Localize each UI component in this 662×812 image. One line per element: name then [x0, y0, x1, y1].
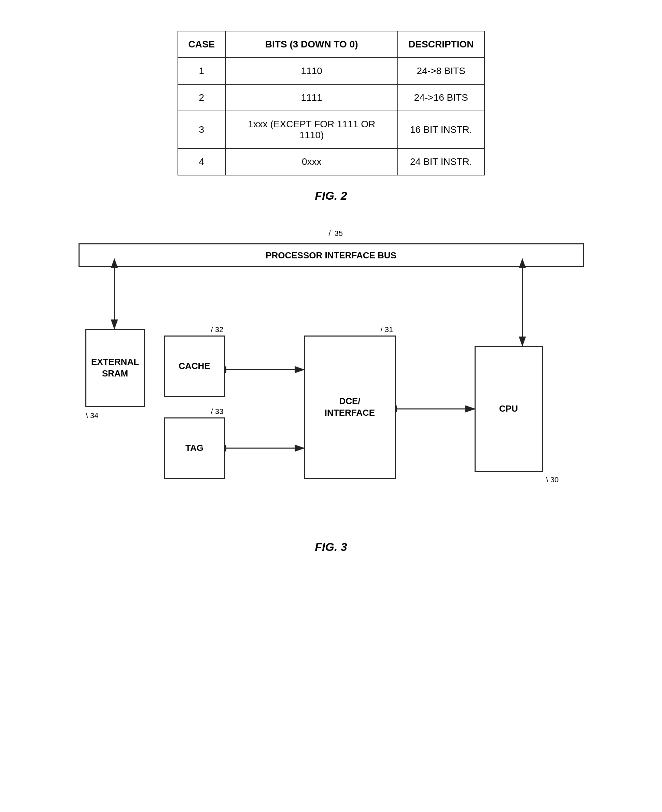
pib-ref-label: 35	[334, 229, 343, 238]
pib-label: PROCESSOR INTERFACE BUS	[266, 250, 396, 261]
table-cell: 1111	[225, 84, 398, 111]
fig2-section: CASE BITS (3 DOWN TO 0) DESCRIPTION 1111…	[27, 31, 635, 175]
col-header-case: CASE	[178, 31, 226, 58]
table-cell: 24->8 BITS	[398, 58, 484, 84]
pib-box: PROCESSOR INTERFACE BUS	[79, 243, 584, 267]
table-cell: 1	[178, 58, 226, 84]
dce-ref: / 31	[381, 325, 393, 334]
table-cell: 1110	[225, 58, 398, 84]
col-header-bits: BITS (3 DOWN TO 0)	[225, 31, 398, 58]
table-cell: 2	[178, 84, 226, 111]
table-row: 40xxx24 BIT INSTR.	[178, 148, 484, 175]
case-table: CASE BITS (3 DOWN TO 0) DESCRIPTION 1111…	[178, 31, 485, 175]
fig2-caption: FIG. 2	[27, 189, 635, 202]
dce-interface-label: DCE/INTERFACE	[325, 396, 375, 419]
pib-ref-slash: /	[329, 229, 331, 238]
tag-ref: / 33	[211, 407, 223, 416]
fig3-section: 35 / PROCESSOR INTERFACE BUS	[27, 223, 635, 554]
dce-interface-box: DCE/INTERFACE	[304, 335, 396, 479]
table-cell: 3	[178, 111, 226, 148]
diagram-container: 35 / PROCESSOR INTERFACE BUS	[58, 223, 604, 530]
table-cell: 1xxx (EXCEPT FOR 1111 OR 1110)	[225, 111, 398, 148]
table-cell: 4	[178, 148, 226, 175]
external-sram-label: EXTERNALSRAM	[91, 356, 139, 380]
external-sram-ref: \ 34	[86, 411, 99, 420]
cache-box: CACHE	[164, 335, 225, 397]
table-cell: 24 BIT INSTR.	[398, 148, 484, 175]
col-header-description: DESCRIPTION	[398, 31, 484, 58]
cpu-ref: \ 30	[546, 475, 559, 484]
cpu-box: CPU	[474, 346, 543, 472]
tag-label: TAG	[185, 442, 204, 454]
external-sram-box: EXTERNALSRAM	[85, 329, 145, 407]
table-row: 2111124->16 BITS	[178, 84, 484, 111]
cache-ref: / 32	[211, 325, 223, 334]
table-row: 1111024->8 BITS	[178, 58, 484, 84]
table-cell: 24->16 BITS	[398, 84, 484, 111]
fig3-caption: FIG. 3	[27, 540, 635, 554]
tag-box: TAG	[164, 417, 225, 479]
table-cell: 0xxx	[225, 148, 398, 175]
table-row: 31xxx (EXCEPT FOR 1111 OR 1110)16 BIT IN…	[178, 111, 484, 148]
cpu-label: CPU	[499, 403, 518, 415]
table-cell: 16 BIT INSTR.	[398, 111, 484, 148]
cache-label: CACHE	[178, 360, 210, 372]
